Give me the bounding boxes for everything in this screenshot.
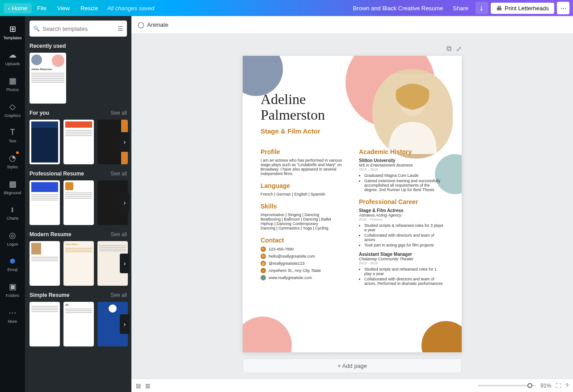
skills-heading[interactable]: Skills <box>261 203 345 210</box>
job1-bullet[interactable]: Took part in acting gigs for film projec… <box>364 243 444 247</box>
academic-bullet[interactable]: Graduated Magna Cum Laude <box>364 173 444 178</box>
rail-photos[interactable]: ▦Photos <box>0 71 25 97</box>
skill-line[interactable]: Dancing | Gymnastics | Yoga | Cycling <box>261 226 345 230</box>
zoom-knob[interactable] <box>527 383 532 388</box>
job1-bullet[interactable]: Studied scripts & rehearsed roles for 3 … <box>364 223 444 232</box>
job2-period[interactable]: 2015 - 2016 <box>359 261 444 265</box>
grid-view-icon[interactable]: ▥ <box>145 383 150 389</box>
zoom-value[interactable]: 91% <box>540 383 551 389</box>
academic-heading[interactable]: Academic History <box>359 148 444 155</box>
menu-view[interactable]: View <box>52 3 75 13</box>
left-column: Profile I am an actress who has performe… <box>261 148 345 292</box>
template-thumb[interactable]: Olivia Wilson <box>63 241 94 286</box>
see-all-link[interactable]: See all <box>110 231 127 238</box>
next-button[interactable]: › <box>120 193 130 213</box>
job2-org[interactable]: Chalamay Community Theater <box>359 257 444 261</box>
academic-bullet[interactable]: Gained extensive training and successful… <box>364 179 444 192</box>
rail-charts[interactable]: ⫾Charts <box>0 200 25 226</box>
contact-email[interactable]: hello@reallygreatsite.com <box>269 254 315 259</box>
skill-line[interactable]: Improvisation | Singing | Dancing <box>261 213 345 217</box>
at-icon: @ <box>261 261 266 266</box>
see-all-link[interactable]: See all <box>110 110 127 116</box>
name-last[interactable]: Palmerston <box>261 107 444 123</box>
job1-period[interactable]: 2016 - Present <box>359 217 444 221</box>
template-thumb[interactable] <box>63 120 94 164</box>
contact-web[interactable]: www.reallygreatsite.com <box>269 275 312 280</box>
template-thumb[interactable]: Adeline Palmerston <box>29 53 66 104</box>
template-thumb[interactable] <box>29 302 60 346</box>
help-icon[interactable]: ? <box>565 383 569 389</box>
rail-label: Photos <box>6 88 19 92</box>
contact-heading[interactable]: Contact <box>261 237 345 244</box>
career-heading[interactable]: Professional Career <box>359 198 444 205</box>
rail-graphics[interactable]: ◇Graphics <box>0 97 25 123</box>
section-label: Modern Resume <box>29 231 71 238</box>
language-heading[interactable]: Language <box>261 182 345 189</box>
animate-button[interactable]: ◯ Animate <box>138 21 169 28</box>
rail-label: Styles <box>7 165 18 169</box>
next-button[interactable]: › <box>120 314 130 334</box>
expand-page-icon[interactable]: ⤢ <box>456 45 462 53</box>
fullscreen-icon[interactable]: ⛶ <box>556 383 561 389</box>
job1-bullet[interactable]: Collaborated with directors and team of … <box>364 233 444 242</box>
template-thumb[interactable] <box>29 120 60 164</box>
job1-title[interactable]: Stage & Film Actress <box>359 208 444 213</box>
academic-school[interactable]: Slilton University <box>359 158 444 163</box>
templates-panel: 🔍 ☰ Recently used Adeline Palmerston For… <box>25 16 131 392</box>
rail-label: Graphics <box>4 113 21 118</box>
download-button[interactable]: ⭳ <box>476 2 488 14</box>
document-title[interactable]: Brown and Black Creative Resume <box>353 5 443 12</box>
see-all-link[interactable]: See all <box>110 292 127 298</box>
template-thumb[interactable] <box>29 241 60 286</box>
collapse-panel-button[interactable]: ‹ <box>131 188 131 220</box>
template-thumb[interactable] <box>29 180 60 225</box>
rail-logos[interactable]: ◎Logos <box>0 226 25 252</box>
zoom-slider[interactable] <box>478 385 536 386</box>
rail-text[interactable]: TText <box>0 123 25 149</box>
rail-more[interactable]: ⋯More <box>0 303 25 329</box>
next-button[interactable]: › <box>120 132 130 152</box>
filter-icon[interactable]: ☰ <box>118 25 123 32</box>
add-page-button[interactable]: + Add page <box>243 359 462 373</box>
rail-styles[interactable]: ◔Styles <box>0 149 25 175</box>
contact-phone[interactable]: 123-456-7890 <box>269 247 294 251</box>
text-icon: T <box>0 128 25 137</box>
language-body[interactable]: French | German | English | Spanish <box>261 192 345 196</box>
skill-line[interactable]: Hiphop | Dancing Contemporary <box>261 221 345 226</box>
contact-handle[interactable]: @reallygreatsite123 <box>269 261 304 266</box>
search-input[interactable] <box>42 25 118 32</box>
globe-icon: 🌐 <box>261 275 266 280</box>
notes-icon[interactable]: ▤ <box>136 383 141 389</box>
next-button[interactable]: › <box>120 254 130 273</box>
print-button[interactable]: 🖶 Print Letterheads <box>491 3 554 14</box>
section-modern: Modern Resume See all <box>29 231 127 238</box>
job2-bullet[interactable]: Collaborated with directors and team of … <box>364 277 444 286</box>
role[interactable]: Stage & Film Actor <box>261 127 444 135</box>
job2-title[interactable]: Assistant Stage Manager <box>359 252 444 257</box>
rail-folders[interactable]: ▣Folders <box>0 277 25 303</box>
contact-address[interactable]: Anywhere St., Any City, State <box>269 268 321 273</box>
menu-resize[interactable]: Resize <box>75 3 104 13</box>
canvas-scroll[interactable]: ⧉ ⤢ <box>131 34 573 379</box>
see-all-link[interactable]: See all <box>110 171 127 177</box>
rail-emoji[interactable]: ☻Emoji <box>0 252 25 277</box>
menu-file[interactable]: File <box>32 3 52 13</box>
profile-body[interactable]: I am an actress who has performed in var… <box>261 158 345 176</box>
rail-uploads[interactable]: ☁Uploads <box>0 46 25 71</box>
rail-bkground[interactable]: ▩Bkground <box>0 175 25 200</box>
profile-heading[interactable]: Profile <box>261 148 345 155</box>
job2-bullet[interactable]: Studied scripts and rehearsed roles for … <box>364 267 444 276</box>
rail-templates[interactable]: ⊞Templates <box>0 20 25 46</box>
name-first[interactable]: Adeline <box>261 92 444 107</box>
resume-page[interactable]: Adeline Palmerston Stage & Film Actor Pr… <box>243 56 462 352</box>
skill-line[interactable]: Beatboxing | Ballroom | Dancing | Ballet <box>261 217 345 221</box>
more-button[interactable]: ⋯ <box>557 2 569 14</box>
academic-degree[interactable]: MS in Entertainment Business <box>359 163 444 167</box>
home-button[interactable]: ‹ Home <box>4 3 32 13</box>
academic-period[interactable]: 2015 - 2016 <box>359 167 444 171</box>
job1-org[interactable]: Astraeus Acting Agency <box>359 213 444 217</box>
template-thumb[interactable]: JC <box>63 302 94 346</box>
template-thumb[interactable] <box>63 180 94 225</box>
share-button[interactable]: Share <box>448 3 473 13</box>
duplicate-page-icon[interactable]: ⧉ <box>447 45 451 53</box>
